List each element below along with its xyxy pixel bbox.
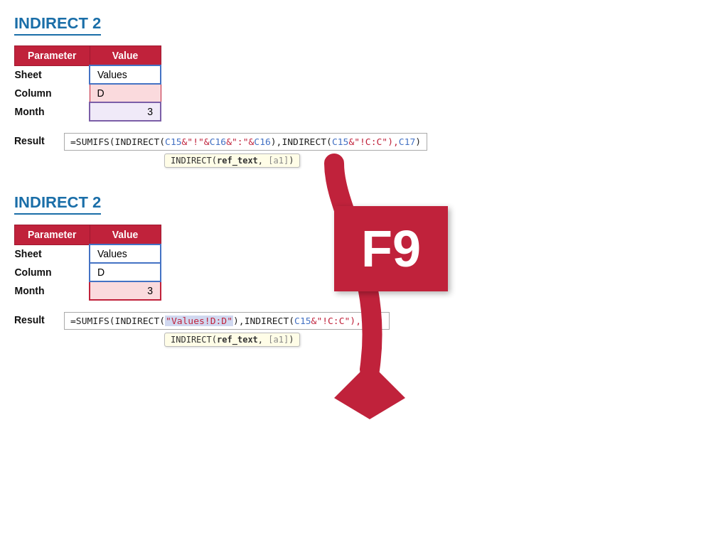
formula-c17-1: C17 <box>399 136 415 147</box>
bottom-formula-part-1: =SUMIFS(INDIRECT( <box>70 316 165 326</box>
bottom-result-row: Result =SUMIFS(INDIRECT("Values!D:D"),IN… <box>14 312 714 330</box>
top-table-header-parameter: Parameter <box>15 46 90 66</box>
bottom-table-header-parameter: Parameter <box>15 225 90 245</box>
bottom-formula-c15: C15 <box>294 316 311 326</box>
bottom-table: Parameter Value Sheet Values Column D Mo… <box>14 225 161 301</box>
formula-c16-1: C16 <box>210 136 226 147</box>
formula-amp1: &"!"& <box>182 136 210 147</box>
bottom-formula-c17: C17 <box>361 316 378 326</box>
bottom-column-value[interactable]: D <box>90 263 161 281</box>
bottom-formula-close: ) <box>378 316 384 326</box>
formula-part-1: =SUMIFS(INDIRECT( <box>70 136 165 147</box>
table-row: Month 3 <box>15 102 161 121</box>
bottom-formula-box: =SUMIFS(INDIRECT("Values!D:D"),INDIRECT(… <box>64 312 390 330</box>
formula-amp3: &"!C:C"), <box>348 136 398 147</box>
sheet-value[interactable]: Values <box>90 65 161 84</box>
formula-c16-2: C16 <box>254 136 270 147</box>
table-row: Sheet Values <box>15 65 161 84</box>
table-row: Column D <box>15 263 161 281</box>
top-section: INDIRECT 2 Parameter Value Sheet Values … <box>14 14 714 151</box>
table-row: Sheet Values <box>15 244 161 263</box>
bottom-formula-highlight: "Values!D:D" <box>165 316 233 326</box>
formula-close: ) <box>415 136 421 147</box>
bottom-title: INDIRECT 2 <box>14 193 101 215</box>
table-row: Column D <box>15 84 161 102</box>
bottom-month-value[interactable]: 3 <box>90 281 161 300</box>
formula-amp2: &":"& <box>226 136 254 147</box>
formula-part-2: ),INDIRECT( <box>271 136 332 147</box>
top-result-label: Result <box>14 133 64 146</box>
top-formula-box: =SUMIFS(INDIRECT(C15&"!"&C16&":"&C16),IN… <box>64 133 427 151</box>
column-label: Column <box>15 84 90 102</box>
svg-marker-1 <box>334 362 405 419</box>
bottom-column-label: Column <box>15 263 90 281</box>
sheet-label: Sheet <box>15 65 90 84</box>
bottom-sheet-value[interactable]: Values <box>90 244 161 263</box>
bottom-sheet-label: Sheet <box>15 244 90 263</box>
formula-c15-2: C15 <box>332 136 348 147</box>
column-value[interactable]: D <box>90 84 161 102</box>
top-tooltip: INDIRECT(ref_text, [a1]) <box>164 154 300 168</box>
bottom-table-header-value: Value <box>90 225 161 245</box>
f9-key: F9 <box>334 206 448 291</box>
table-row: Month 3 <box>15 281 161 300</box>
formula-c15-1: C15 <box>165 136 181 147</box>
bottom-month-label: Month <box>15 281 90 300</box>
month-value[interactable]: 3 <box>90 102 161 121</box>
bottom-formula-part-2: ),INDIRECT( <box>233 316 294 326</box>
bottom-tooltip: INDIRECT(ref_text, [a1]) <box>164 333 300 347</box>
top-result-row: Result =SUMIFS(INDIRECT(C15&"!"&C16&":"&… <box>14 133 714 151</box>
month-label: Month <box>15 102 90 121</box>
bottom-result-label: Result <box>14 312 64 325</box>
bottom-formula-amp: &"!C:C"), <box>311 316 361 326</box>
top-table: Parameter Value Sheet Values Column D Mo… <box>14 45 161 122</box>
top-title: INDIRECT 2 <box>14 14 101 36</box>
top-table-header-value: Value <box>90 46 161 66</box>
page: INDIRECT 2 Parameter Value Sheet Values … <box>0 0 728 350</box>
